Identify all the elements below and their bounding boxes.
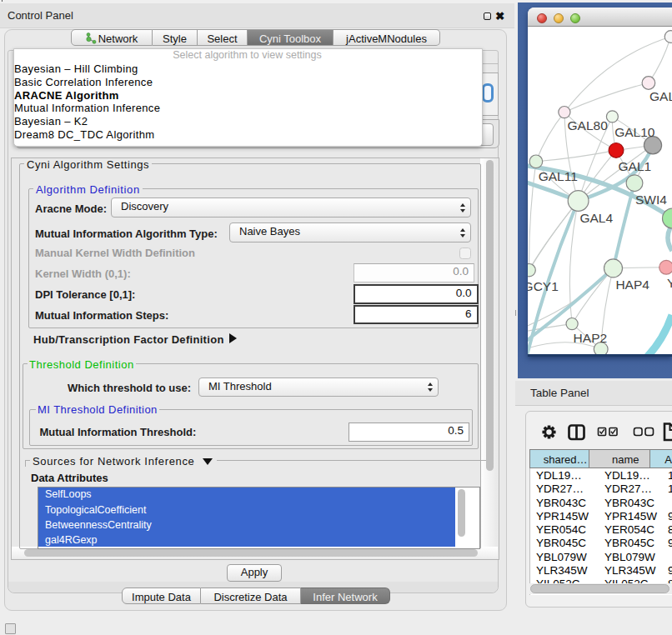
svg-text:Y: Y <box>667 276 672 290</box>
svg-text:GAL10: GAL10 <box>614 125 655 139</box>
svg-text:GAL: GAL <box>649 89 672 103</box>
svg-text:GAL80: GAL80 <box>568 118 609 132</box>
svg-text:GAL11: GAL11 <box>539 169 578 183</box>
svg-text:HAP2: HAP2 <box>574 331 608 345</box>
svg-text:HAP4: HAP4 <box>615 278 649 292</box>
svg-text:GCY1: GCY1 <box>528 279 559 293</box>
svg-text:SWI4: SWI4 <box>635 192 667 207</box>
svg-text:GAL1: GAL1 <box>619 159 652 173</box>
svg-text:GAL4: GAL4 <box>579 211 613 225</box>
